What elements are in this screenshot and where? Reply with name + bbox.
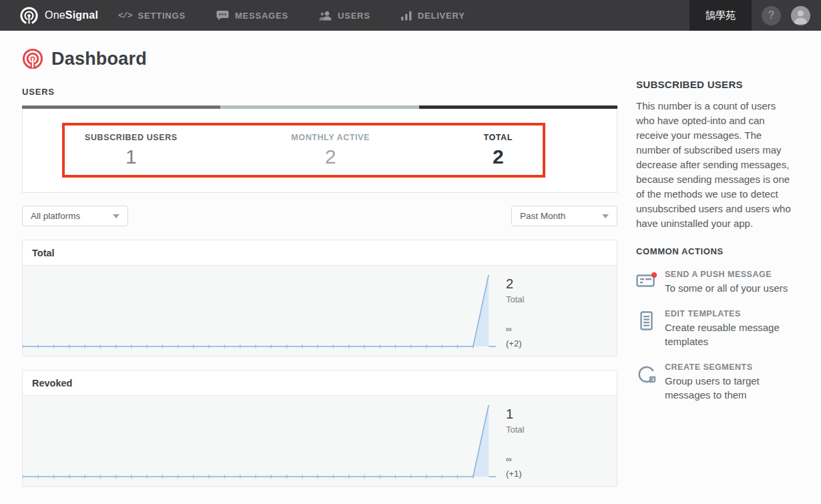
- common-actions-list: SEND A PUSH MESSAGE To some or all of yo…: [636, 270, 791, 402]
- chart-delta: (+1): [506, 469, 617, 479]
- revoked-line-chart: [23, 396, 497, 486]
- stat-subscribed-users: SUBSCRIBED USERS 1: [85, 133, 178, 168]
- chart-card-title: Revoked: [23, 370, 617, 396]
- chart-total-label: Total: [506, 294, 617, 304]
- nav-messages[interactable]: MESSAGES: [216, 10, 288, 21]
- stat-label: MONTHLY ACTIVE: [291, 133, 370, 142]
- onesignal-brand[interactable]: OneSignal: [0, 0, 118, 31]
- brand-wordmark: OneSignal: [45, 9, 98, 21]
- sidebar-heading: SUBSCRIBED USERS: [636, 79, 791, 90]
- users-section-label: USERS: [22, 87, 617, 97]
- help-button[interactable]: ?: [762, 6, 781, 25]
- chart-total-value: 2: [506, 276, 617, 292]
- messages-icon: [216, 10, 229, 21]
- push-message-icon: [636, 270, 657, 295]
- chevron-down-icon: [113, 214, 119, 218]
- action-title: CREATE SEGMENTS: [665, 362, 791, 372]
- stat-label: TOTAL: [483, 133, 513, 142]
- chart-delta: (+2): [506, 338, 617, 348]
- topbar-right: 鵠學苑 ?: [690, 0, 821, 31]
- nav-settings-label: SETTINGS: [138, 11, 185, 21]
- segment-subscribed: [22, 105, 220, 109]
- segment-total: [419, 105, 617, 109]
- chart-body: 1 Total ∞ (+1): [23, 396, 617, 486]
- templates-icon: [636, 309, 657, 348]
- workspace-selector[interactable]: 鵠學苑: [690, 0, 752, 31]
- question-mark-icon: ?: [768, 9, 775, 21]
- page-title: Dashboard: [51, 49, 147, 69]
- action-description: Create reusable message templates: [665, 320, 791, 348]
- infinity-symbol: ∞: [506, 455, 617, 464]
- users-icon: [319, 11, 332, 21]
- action-text: SEND A PUSH MESSAGE To some or all of yo…: [665, 270, 788, 295]
- users-stats-card: SUBSCRIBED USERS 1 MONTHLY ACTIVE 2 TOTA…: [22, 109, 617, 193]
- stat-value: 1: [85, 146, 178, 168]
- chart-stats: 1 Total ∞ (+1): [497, 396, 617, 486]
- stat-monthly-active: MONTHLY ACTIVE 2: [291, 133, 370, 168]
- content-column: Dashboard USERS SUBSCRIBED USERS 1 MONTH…: [22, 31, 617, 487]
- top-nav: OneSignal </> SETTINGS MESSAGES USER: [0, 0, 821, 31]
- filter-row: All platforms Past Month: [22, 206, 617, 226]
- page-header: Dashboard: [22, 48, 617, 69]
- nav-users[interactable]: USERS: [319, 11, 370, 21]
- action-description: To some or all of your users: [665, 281, 788, 295]
- chart-body: 2 Total ∞ (+2): [23, 266, 617, 356]
- action-text: EDIT TEMPLATES Create reusable message t…: [665, 309, 791, 348]
- action-edit-templates[interactable]: EDIT TEMPLATES Create reusable message t…: [636, 309, 791, 348]
- chart-svg: [23, 266, 497, 356]
- platform-dropdown[interactable]: All platforms: [22, 206, 128, 226]
- nav-delivery[interactable]: DELIVERY: [401, 11, 465, 21]
- total-line-chart: [23, 266, 497, 356]
- segment-monthly-active: [220, 105, 419, 109]
- person-icon: [791, 6, 810, 25]
- stat-value: 2: [483, 146, 513, 168]
- platform-dropdown-value: All platforms: [31, 211, 80, 221]
- chart-stats: 2 Total ∞ (+2): [497, 266, 617, 356]
- revoked-chart-card: Revoked 1 Total ∞ (+1): [22, 370, 617, 487]
- action-title: SEND A PUSH MESSAGE: [665, 270, 788, 279]
- infinity-symbol: ∞: [506, 324, 617, 334]
- workspace-name: 鵠學苑: [706, 9, 736, 22]
- stat-label: SUBSCRIBED USERS: [85, 133, 178, 142]
- action-description: Group users to target messages to them: [665, 374, 791, 402]
- nav-delivery-label: DELIVERY: [418, 11, 465, 21]
- action-send-push-message[interactable]: SEND A PUSH MESSAGE To some or all of yo…: [636, 270, 791, 295]
- period-dropdown-value: Past Month: [520, 211, 565, 221]
- sidebar-description: This number is a count of users who have…: [636, 99, 791, 231]
- dashboard-logo-icon: [22, 48, 43, 69]
- onesignal-logo-icon: [20, 7, 38, 25]
- total-chart-card: Total 2 Total ∞ (+2): [22, 240, 617, 356]
- chart-svg: [23, 396, 497, 486]
- chart-card-title: Total: [23, 240, 617, 266]
- stats-segment-bar: [22, 105, 617, 109]
- period-dropdown[interactable]: Past Month: [511, 206, 617, 226]
- stat-total: TOTAL 2: [483, 133, 513, 168]
- chart-total-label: Total: [506, 425, 617, 435]
- primary-nav: </> SETTINGS MESSAGES USERS: [118, 0, 496, 31]
- main-layout: Dashboard USERS SUBSCRIBED USERS 1 MONTH…: [0, 31, 821, 487]
- nav-messages-label: MESSAGES: [235, 11, 288, 21]
- user-avatar[interactable]: [791, 6, 810, 25]
- action-title: EDIT TEMPLATES: [665, 309, 791, 318]
- chevron-down-icon: [602, 214, 609, 218]
- code-icon: </>: [118, 11, 131, 21]
- action-text: CREATE SEGMENTS Group users to target me…: [665, 362, 791, 402]
- action-create-segments[interactable]: CREATE SEGMENTS Group users to target me…: [636, 362, 791, 402]
- red-annotation-box: SUBSCRIBED USERS 1 MONTHLY ACTIVE 2 TOTA…: [62, 123, 545, 178]
- delivery-bars-icon: [401, 11, 412, 21]
- segments-icon: [636, 362, 657, 402]
- stat-value: 2: [291, 146, 370, 168]
- help-sidebar: SUBSCRIBED USERS This number is a count …: [636, 31, 791, 487]
- chart-total-value: 1: [506, 407, 617, 422]
- nav-users-label: USERS: [338, 11, 370, 21]
- common-actions-heading: COMMON ACTIONS: [636, 246, 791, 256]
- nav-settings[interactable]: </> SETTINGS: [118, 11, 186, 21]
